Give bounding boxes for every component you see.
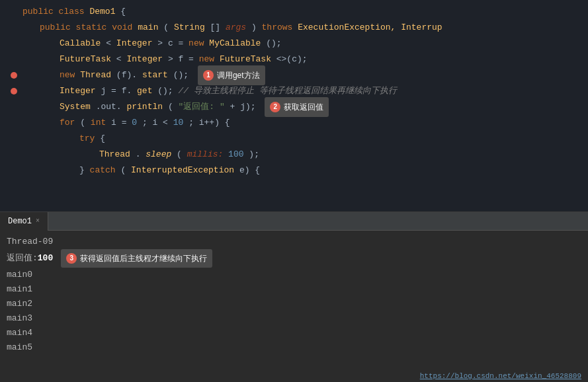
console-line-main0: main0 — [7, 268, 581, 282]
dot2: . — [136, 149, 141, 159]
eq2: = — [189, 54, 199, 64]
angle-open: < — [106, 38, 111, 48]
cls-string: String — [174, 22, 205, 32]
code-line-7: System .out. println ( "返回值: " + j); 2 获… — [0, 99, 588, 115]
exc-execution: ExecutionException, Interrup — [298, 22, 442, 32]
param-millis: millis: — [187, 149, 224, 159]
angle-close: > — [157, 38, 168, 48]
get-paren: (); — [157, 86, 173, 96]
kw-for: for — [60, 118, 75, 128]
console-line-main4: main4 — [7, 326, 581, 340]
tooltip-1: 1 调用get方法 — [198, 65, 265, 85]
line-content-3: Callable < Integer > c = new MyCallable … — [20, 36, 282, 52]
kw-static: static — [76, 22, 112, 32]
start-paren: (); — [173, 70, 189, 80]
kw-try: try — [79, 134, 100, 143]
main5-text: main5 — [7, 340, 32, 355]
brace-open: { — [120, 7, 126, 17]
main3-text: main3 — [7, 311, 32, 326]
cls-futuretask: FutureTask — [60, 54, 111, 64]
cls-system: System — [60, 102, 91, 112]
cls-ft2: FutureTask — [220, 54, 271, 64]
code-line-1: public class Demo1 { — [0, 4, 588, 20]
console-line-thread: Thread-09 — [7, 235, 581, 249]
circle-3: 3 — [66, 253, 77, 264]
console-line-main2: main2 — [7, 297, 581, 311]
circle-2: 2 — [270, 102, 280, 112]
kw-catch: catch — [90, 165, 121, 175]
sleep-paren: ( — [177, 149, 187, 159]
class-name: Demo1 — [89, 7, 115, 17]
console-output: Thread-09 返回值: 100 3 获得返回值后主线程才继续向下执行 ma… — [0, 231, 588, 381]
plus: + j); — [230, 102, 256, 112]
tooltip-1-text: 调用get方法 — [217, 67, 260, 83]
code-line-3: Callable < Integer > c = new MyCallable … — [0, 36, 588, 52]
line-content-11: } catch ( InterruptedException e) { — [20, 163, 260, 178]
param-args: args — [226, 22, 246, 32]
line-content-1: public class Demo1 { — [20, 4, 126, 20]
main2-text: main2 — [7, 297, 32, 311]
num-10: 10 — [173, 118, 184, 128]
parens: (); — [266, 38, 281, 48]
thread-args: (f). — [116, 70, 137, 80]
bracket: [] — [210, 22, 226, 32]
var-j: j = f. — [101, 86, 132, 96]
line-content-8: for ( int i = 0 ; i < 10 ; i++) { — [20, 115, 230, 131]
num-0: 0 — [132, 118, 137, 128]
line-content-7: System .out. println ( "返回值: " + j); 2 获… — [20, 97, 329, 117]
code-line-9: try { — [0, 131, 588, 147]
cls-integer: Integer — [116, 38, 153, 48]
str-return: "返回值: " — [179, 102, 225, 112]
angle2: < — [116, 54, 122, 64]
kw-throws: throws — [262, 22, 298, 32]
catch-paren: ( — [120, 165, 126, 175]
println-paren: ( — [168, 102, 173, 112]
tooltip-2-text: 获取返回值 — [284, 99, 323, 115]
angle2c: > — [168, 54, 179, 64]
code-line-10: Thread . sleep ( millis: 100 ); — [0, 147, 588, 163]
kw-public2: public — [40, 22, 76, 32]
code-line-2: public static void main ( String [] args… — [0, 20, 588, 36]
breakpoint-1 — [11, 72, 17, 79]
url-bar[interactable]: https://blog.csdn.net/weixin_46528809 — [420, 372, 581, 380]
tooltip-2: 2 获取返回值 — [265, 97, 329, 117]
cls-callable: Callable — [60, 38, 101, 48]
var-c: c — [168, 38, 179, 48]
tab-demo1[interactable]: Demo1 × — [0, 212, 48, 231]
try-brace: { — [100, 134, 105, 143]
console-line-main1: main1 — [7, 282, 581, 297]
url-text: https://blog.csdn.net/weixin_46528809 — [420, 372, 581, 380]
line-content-9: try { — [20, 131, 105, 147]
diamond: <>(c); — [276, 54, 308, 64]
code-line-11: } catch ( InterruptedException e) { — [0, 163, 588, 178]
line-content-2: public static void main ( String [] args… — [20, 20, 442, 36]
console-line-main5: main5 — [7, 340, 581, 355]
line-content-10: Thread . sleep ( millis: 100 ); — [20, 147, 259, 163]
semicolon1: ; i < — [142, 118, 173, 128]
eq: = — [179, 38, 189, 48]
close-brace: } — [79, 165, 90, 175]
main4-text: main4 — [7, 326, 32, 340]
code-editor: public class Demo1 { public static void … — [0, 0, 588, 211]
kw-new3: new — [60, 70, 80, 80]
tab-label: Demo1 — [8, 217, 32, 226]
method-start: start — [142, 70, 168, 80]
paren: ( — [163, 22, 169, 32]
tab-close-btn[interactable]: × — [36, 217, 40, 225]
kw-public: public — [22, 7, 59, 17]
line-content-5: new Thread (f). start (); 1 调用get方法 — [20, 65, 265, 85]
main0-text: main0 — [7, 268, 32, 282]
var-f: f — [178, 54, 189, 64]
kw-class: class — [59, 7, 90, 17]
method-get: get — [137, 86, 152, 96]
circle-1: 1 — [203, 70, 214, 81]
gutter-5 — [0, 72, 20, 79]
method-sleep: sleep — [146, 149, 171, 159]
return-value: 100 — [38, 251, 53, 266]
kw-int: int — [91, 118, 111, 128]
tab-bar: Demo1 × — [0, 212, 588, 231]
for-paren: ( — [80, 118, 85, 128]
method-main: main — [138, 22, 158, 32]
code-line-8: for ( int i = 0 ; i < 10 ; i++) { — [0, 115, 588, 131]
semicolon2: ; i++) { — [189, 118, 230, 128]
